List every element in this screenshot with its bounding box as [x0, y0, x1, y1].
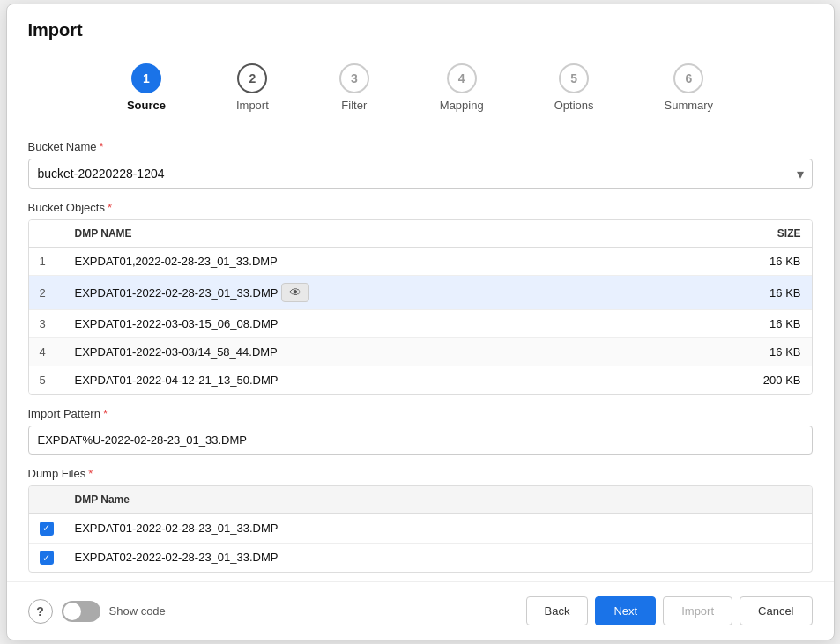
list-item: ✓ EXPDAT02-2022-02-28-23_01_33.DMP: [29, 543, 812, 572]
dump-files-table: DMP Name ✓ EXPDAT01-2022-02-28-23_01_33.…: [29, 486, 812, 572]
row-size: 16 KB: [724, 248, 812, 276]
bucket-name-select[interactable]: bucket-20220228-1204: [28, 159, 813, 189]
dump-files-tbody: ✓ EXPDAT01-2022-02-28-23_01_33.DMP ✓ EXP…: [29, 514, 812, 573]
step-1: 1 Source: [127, 63, 166, 112]
table-row[interactable]: 1 EXPDAT01,2022-02-28-23_01_33.DMP 16 KB: [29, 248, 812, 276]
next-button[interactable]: Next: [595, 596, 656, 625]
row-dmp-name: EXPDAT01,2022-02-28-23_01_33.DMP: [64, 248, 724, 276]
step-5-circle: 5: [559, 63, 589, 93]
step-6-label: Summary: [664, 99, 713, 112]
import-pattern-label: Import Pattern*: [28, 407, 813, 420]
bucket-objects-table: DMP NAME SIZE 1 EXPDAT01,2022-02-28-23_0…: [29, 220, 812, 394]
show-code-toggle[interactable]: [62, 601, 100, 622]
step-3-label: Filter: [341, 99, 367, 112]
row-num: 5: [29, 366, 64, 395]
cancel-button[interactable]: Cancel: [740, 596, 812, 625]
dump-checkbox-cell[interactable]: ✓: [29, 514, 64, 544]
import-button[interactable]: Import: [663, 596, 732, 625]
step-4-label: Mapping: [440, 99, 484, 112]
dialog-title: Import: [7, 4, 834, 49]
footer-right: Back Next Import Cancel: [526, 596, 813, 625]
checkbox-icon[interactable]: ✓: [40, 522, 54, 536]
row-size: 16 KB: [724, 276, 812, 310]
table-row[interactable]: 5 EXPDAT01-2022-04-12-21_13_50.DMP 200 K…: [29, 366, 812, 395]
row-size: 16 KB: [724, 338, 812, 366]
show-code-label: Show code: [109, 604, 166, 618]
row-dmp-name: EXPDAT01-2022-03-03/14_58_44.DMP: [64, 338, 724, 366]
connector-3-4: [369, 78, 440, 78]
step-2-circle: 2: [237, 63, 267, 93]
step-2: 2 Import: [236, 63, 269, 112]
table-row[interactable]: 4 EXPDAT01-2022-03-03/14_58_44.DMP 16 KB: [29, 338, 812, 366]
connector-2-3: [269, 78, 339, 78]
import-dialog: Import 1 Source 2 Import 3 Filter 4 Mapp…: [6, 4, 835, 640]
step-1-label: Source: [127, 99, 166, 112]
step-5: 5 Options: [554, 63, 594, 112]
content-area: Bucket Name* bucket-20220228-1204 ▾ Buck…: [7, 119, 834, 573]
row-size: 200 KB: [724, 366, 812, 395]
bucket-objects-table-container: DMP NAME SIZE 1 EXPDAT01,2022-02-28-23_0…: [28, 219, 813, 395]
dump-dmp-name: EXPDAT01-2022-02-28-23_01_33.DMP: [64, 514, 812, 544]
back-button[interactable]: Back: [526, 596, 589, 625]
import-pattern-input[interactable]: [28, 426, 813, 455]
step-1-circle: 1: [131, 63, 161, 93]
col-num: [29, 220, 64, 248]
step-2-label: Import: [236, 99, 269, 112]
connector-4-5: [484, 78, 554, 78]
step-6: 6 Summary: [664, 63, 713, 112]
step-4: 4 Mapping: [440, 63, 484, 112]
dump-files-table-container: DMP Name ✓ EXPDAT01-2022-02-28-23_01_33.…: [28, 485, 813, 573]
bucket-name-select-wrapper: bucket-20220228-1204 ▾: [28, 159, 813, 189]
bucket-name-label: Bucket Name*: [28, 140, 813, 153]
connector-1-2: [166, 78, 236, 78]
table-row[interactable]: 3 EXPDAT01-2022-03-03-15_06_08.DMP 16 KB: [29, 310, 812, 338]
row-dmp-name: EXPDAT01-2022-03-03-15_06_08.DMP: [64, 310, 724, 338]
bucket-objects-tbody: 1 EXPDAT01,2022-02-28-23_01_33.DMP 16 KB…: [29, 248, 812, 395]
row-size: 16 KB: [724, 310, 812, 338]
checkbox-icon[interactable]: ✓: [40, 551, 54, 565]
dump-header-row: DMP Name: [29, 486, 812, 514]
list-item: ✓ EXPDAT01-2022-02-28-23_01_33.DMP: [29, 514, 812, 544]
help-button[interactable]: ?: [28, 599, 53, 624]
row-num: 4: [29, 338, 64, 366]
dialog-footer: ? Show code Back Next Import Cancel: [7, 581, 834, 640]
step-3: 3 Filter: [339, 63, 369, 112]
step-4-circle: 4: [447, 63, 477, 93]
bucket-objects-label: Bucket Objects*: [28, 201, 813, 214]
col-size: SIZE: [724, 220, 812, 248]
step-6-circle: 6: [673, 63, 703, 93]
dump-dmp-name: EXPDAT02-2022-02-28-23_01_33.DMP: [64, 543, 812, 572]
connector-5-6: [593, 78, 664, 78]
row-dmp-name: EXPDAT01-2022-04-12-21_13_50.DMP: [64, 366, 724, 395]
col-dmp-name: DMP NAME: [64, 220, 724, 248]
dump-checkbox-cell[interactable]: ✓: [29, 543, 64, 572]
row-dmp-name: EXPDAT01-2022-02-28-23_01_33.DMP 👁: [64, 276, 724, 310]
dump-files-label: Dump Files*: [28, 467, 813, 480]
stepper: 1 Source 2 Import 3 Filter 4 Mapping 5 O…: [7, 49, 834, 119]
col-dump-name: DMP Name: [64, 486, 812, 514]
footer-left: ? Show code: [28, 599, 526, 624]
step-5-label: Options: [554, 99, 594, 112]
table-row[interactable]: 2 EXPDAT01-2022-02-28-23_01_33.DMP 👁 16 …: [29, 276, 812, 310]
eye-button[interactable]: 👁: [281, 283, 309, 302]
row-num: 3: [29, 310, 64, 338]
step-3-circle: 3: [339, 63, 369, 93]
col-check: [29, 486, 64, 514]
row-num: 2: [29, 276, 64, 310]
row-num: 1: [29, 248, 64, 276]
table-header-row: DMP NAME SIZE: [29, 220, 812, 248]
